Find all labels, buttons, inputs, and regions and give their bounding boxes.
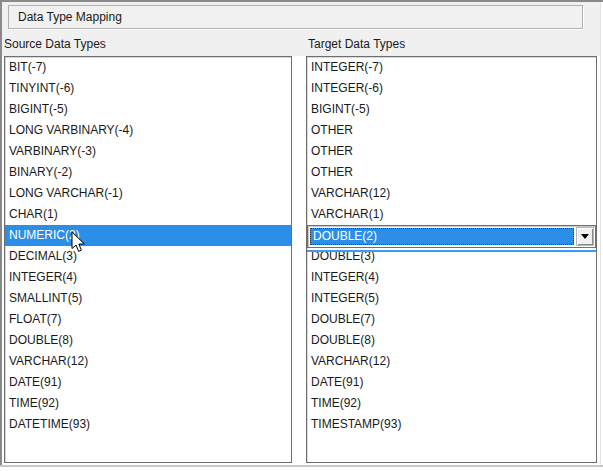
list-item[interactable]: VARCHAR(1) bbox=[307, 204, 596, 225]
list-item[interactable]: DECIMAL(3) bbox=[5, 246, 291, 267]
list-item[interactable]: TIME(92) bbox=[307, 393, 596, 414]
list-item[interactable]: OTHER bbox=[307, 120, 596, 141]
list-item[interactable]: VARBINARY(-3) bbox=[5, 141, 291, 162]
list-item[interactable]: DATETIME(93) bbox=[5, 414, 291, 435]
combobox-focus-underline bbox=[307, 250, 596, 252]
list-item[interactable]: VARCHAR(12) bbox=[5, 351, 291, 372]
list-item[interactable]: DOUBLE(7) bbox=[307, 309, 596, 330]
list-item[interactable]: SMALLINT(5) bbox=[5, 288, 291, 309]
list-item[interactable]: INTEGER(5) bbox=[307, 288, 596, 309]
mouse-cursor-icon bbox=[71, 231, 86, 253]
list-item[interactable]: TIMESTAMP(93) bbox=[307, 414, 596, 435]
list-item[interactable]: DOUBLE(8) bbox=[5, 330, 291, 351]
list-item[interactable]: DATE(91) bbox=[5, 372, 291, 393]
list-item[interactable]: DOUBLE(8) bbox=[307, 330, 596, 351]
list-item[interactable]: TIME(92) bbox=[5, 393, 291, 414]
window-border-bottom bbox=[0, 465, 603, 467]
list-item[interactable]: INTEGER(-7) bbox=[307, 57, 596, 78]
list-item[interactable]: INTEGER(4) bbox=[307, 267, 596, 288]
source-type-list[interactable]: BIT(-7)TINYINT(-6)BIGINT(-5)LONG VARBINA… bbox=[4, 56, 292, 463]
list-item[interactable]: DATE(91) bbox=[307, 372, 596, 393]
combobox-dropdown-button[interactable] bbox=[576, 227, 594, 246]
source-list-label: Source Data Types bbox=[4, 37, 106, 52]
window-border-top bbox=[0, 0, 603, 2]
list-item[interactable]: OTHER bbox=[307, 141, 596, 162]
list-item[interactable]: BINARY(-2) bbox=[5, 162, 291, 183]
combobox-selected-value[interactable]: DOUBLE(2) bbox=[310, 228, 574, 245]
target-list-label: Target Data Types bbox=[308, 37, 405, 52]
list-item[interactable]: FLOAT(7) bbox=[5, 309, 291, 330]
list-item[interactable]: OTHER bbox=[307, 162, 596, 183]
data-type-mapping-panel: Data Type Mapping Source Data Types Targ… bbox=[0, 0, 603, 471]
list-item[interactable]: TINYINT(-6) bbox=[5, 78, 291, 99]
list-item[interactable]: BIGINT(-5) bbox=[5, 99, 291, 120]
list-item[interactable]: LONG VARCHAR(-1) bbox=[5, 183, 291, 204]
panel-title: Data Type Mapping bbox=[8, 5, 583, 29]
target-type-combobox[interactable]: DOUBLE(2) bbox=[307, 225, 596, 248]
chevron-down-icon bbox=[581, 234, 589, 239]
window-border-right bbox=[600, 2, 601, 465]
target-type-list[interactable]: DOUBLE(2) INTEGER(-7)INTEGER(-6)BIGINT(-… bbox=[306, 56, 597, 463]
list-item[interactable]: INTEGER(4) bbox=[5, 267, 291, 288]
list-item[interactable]: VARCHAR(12) bbox=[307, 351, 596, 372]
window-border-left bbox=[0, 0, 2, 466]
list-item[interactable]: INTEGER(-6) bbox=[307, 78, 596, 99]
list-item[interactable]: BIT(-7) bbox=[5, 57, 291, 78]
list-item[interactable]: BIGINT(-5) bbox=[307, 99, 596, 120]
list-item[interactable]: CHAR(1) bbox=[5, 204, 291, 225]
list-item[interactable]: VARCHAR(12) bbox=[307, 183, 596, 204]
list-item[interactable]: LONG VARBINARY(-4) bbox=[5, 120, 291, 141]
list-item[interactable]: NUMERIC(2) bbox=[5, 225, 291, 246]
